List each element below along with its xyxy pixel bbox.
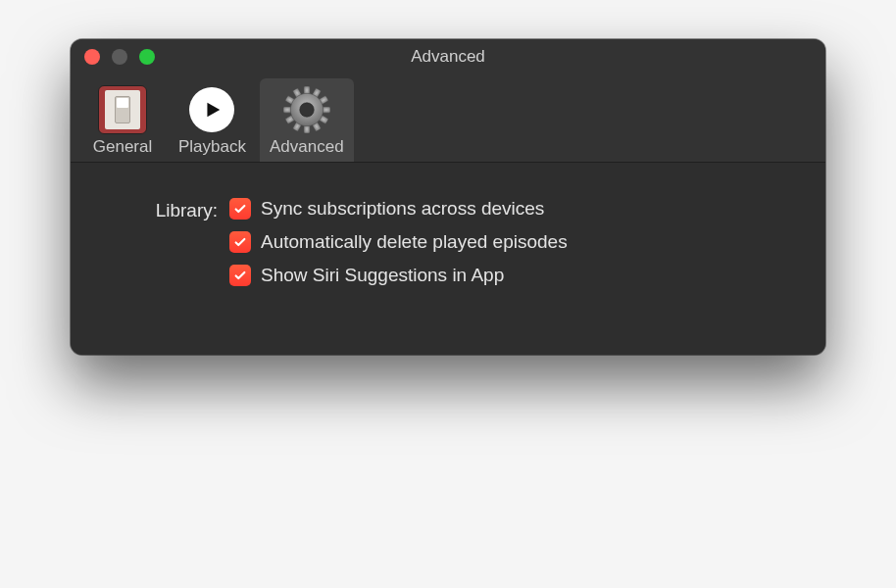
tab-general[interactable]: General [80, 78, 165, 162]
option-siri-label: Show Siri Suggestions in App [261, 265, 504, 286]
option-sync-subscriptions[interactable]: Sync subscriptions across devices [229, 198, 796, 220]
tab-general-label: General [93, 137, 152, 157]
library-section-label: Library: [100, 198, 218, 221]
playback-icon [186, 84, 237, 135]
tab-playback[interactable]: Playback [169, 78, 256, 162]
tab-advanced[interactable]: Advanced [260, 78, 354, 162]
general-icon [97, 84, 148, 135]
window-controls [84, 49, 155, 65]
option-auto-delete[interactable]: Automatically delete played episodes [229, 231, 796, 253]
tab-advanced-label: Advanced [270, 137, 344, 157]
content-area: Library: Sync subscriptions across devic… [71, 163, 825, 355]
close-window-button[interactable] [84, 49, 100, 65]
preferences-toolbar: General Playback [71, 74, 825, 163]
zoom-window-button[interactable] [139, 49, 155, 65]
option-sync-label: Sync subscriptions across devices [261, 198, 544, 220]
window-title: Advanced [411, 47, 485, 67]
checkbox-sync[interactable] [229, 198, 251, 220]
tab-playback-label: Playback [178, 137, 246, 157]
checkbox-auto-delete[interactable] [229, 231, 251, 253]
checkbox-siri[interactable] [229, 265, 251, 286]
preferences-window: Advanced General Playback [71, 39, 825, 355]
option-auto-delete-label: Automatically delete played episodes [261, 231, 568, 253]
gear-icon [281, 84, 332, 135]
option-siri-suggestions[interactable]: Show Siri Suggestions in App [229, 265, 796, 286]
titlebar: Advanced [71, 39, 825, 74]
minimize-window-button[interactable] [112, 49, 127, 65]
svg-point-13 [300, 103, 315, 118]
